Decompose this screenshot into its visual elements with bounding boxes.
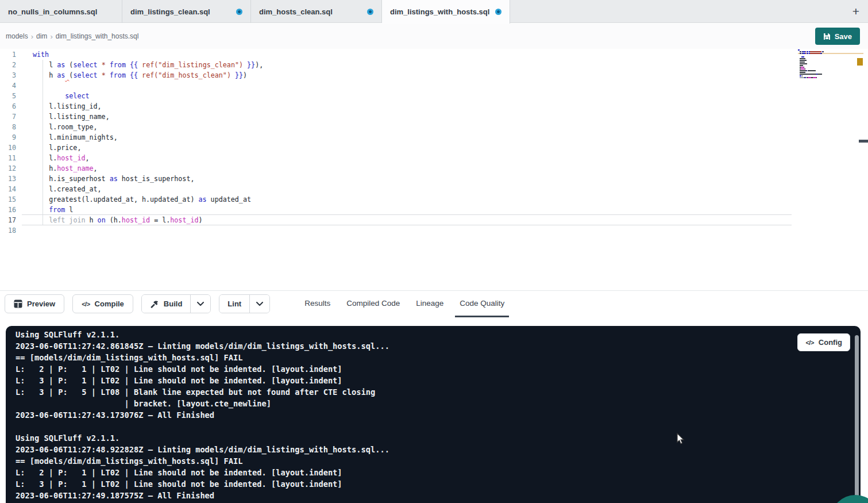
build-dropdown-button[interactable] [190,295,210,313]
minimap-line [798,62,840,63]
line-number: 7 [0,112,16,122]
save-button[interactable]: Save [815,28,860,45]
code-line[interactable]: 13 h.is_superhost as host_is_superhost, [0,174,263,184]
terminal-line [16,421,861,432]
code-icon: </> [805,339,813,346]
tab-dim-hosts-clean[interactable]: dim_hosts_clean.sql [251,0,382,23]
config-button[interactable]: </> Config [797,333,850,351]
lint-button[interactable]: Lint [219,295,249,313]
minimap-line [798,70,840,71]
tab-code-quality[interactable]: Code Quality [455,291,509,317]
tab-label: no_nulls_in_columns.sql [8,7,97,16]
minimap-line [798,49,840,51]
code-line[interactable]: 18 [0,225,263,236]
tab-bar: no_nulls_in_columns.sql dim_listings_cle… [0,0,868,23]
lint-warning-marker [857,58,863,66]
minimap-line [798,53,863,54]
minimap[interactable] [798,49,840,80]
code-line[interactable]: 17 left join h on (h.host_id = l.host_id… [0,215,263,225]
terminal-panel[interactable]: Using SQLFluff v2.1.1.2023-06-06T11:27:4… [6,326,861,503]
build-button-group: Build [141,294,211,313]
line-number: 12 [0,163,16,174]
terminal-line: 2023-06-06T11:27:48.922828Z — Linting mo… [16,444,861,455]
code-line[interactable]: 10 l.price, [0,143,263,153]
line-number: 15 [0,194,16,205]
code-line[interactable]: 15 greatest(l.updated_at, h.updated_at) … [0,194,263,205]
scroll-position-marker[interactable] [859,140,868,143]
line-number: 9 [0,132,16,143]
minimap-line [798,56,840,57]
line-number: 13 [0,174,16,184]
tab-dim-listings-with-hosts[interactable]: dim_listings_with_hosts.sql [382,0,510,24]
line-number: 18 [0,225,16,236]
code-line[interactable]: 16 from l [0,205,263,215]
line-number: 6 [0,101,16,112]
terminal-line: Using SQLFluff v2.1.1. [16,432,861,444]
line-number: 11 [0,153,16,163]
terminal-line: == [models/dim/dim_listings_with_hosts.s… [16,455,861,467]
terminal-line: L: 3 | P: 1 | LT02 | Line should not be … [16,478,861,490]
code-line[interactable]: 5 select [0,91,263,101]
terminal-line: == [models/dim/dim_listings_with_hosts.s… [16,352,861,363]
minimap-line [798,79,840,80]
terminal-line: Using SQLFluff v2.1.1. [16,329,861,340]
tab-compiled-code[interactable]: Compiled Code [342,291,404,317]
terminal-line: 2023-06-06T11:27:43.173076Z — All Finish… [16,409,861,421]
tab-no-nulls-in-columns[interactable]: no_nulls_in_columns.sql [0,0,122,23]
compile-button-label: Compile [95,300,124,308]
mouse-cursor [677,433,686,446]
terminal-scrollbar[interactable] [855,335,859,503]
code-line[interactable]: 9 l.minimum_nights, [0,132,263,143]
code-line[interactable]: 7 l.listing_name, [0,112,263,122]
tab-lineage[interactable]: Lineage [411,291,448,317]
line-number: 8 [0,122,16,132]
line-number: 14 [0,184,16,194]
line-number: 17 [0,215,16,225]
tab-label: dim_listings_clean.sql [130,7,210,16]
code-line[interactable]: 3 h as (select * from {{ ref("dim_hosts_… [0,70,263,80]
modified-dot-icon [236,9,242,15]
build-button-label: Build [164,300,183,308]
breadcrumb-item-file[interactable]: dim_listings_with_hosts.sql [56,32,139,40]
code-editor[interactable]: 1with2 l as (select * from {{ ref("dim_l… [0,49,868,290]
terminal-line: 2023-06-06T11:27:42.861845Z — Linting mo… [16,340,861,352]
panel-tabs: Results Compiled Code Lineage Code Quali… [300,291,509,317]
terminal-line: L: 3 | P: 5 | LT08 | Blank line expected… [16,386,861,398]
modified-dot-icon [495,9,501,15]
breadcrumb-item-models[interactable]: models [6,32,28,40]
minimap-line [798,77,840,78]
code-line[interactable]: 4 [0,80,263,91]
lint-dropdown-button[interactable] [249,295,269,313]
add-tab-button[interactable]: + [848,4,863,19]
minimap-line [798,60,840,61]
minimap-line [798,58,840,59]
breadcrumb: models › dim › dim_listings_with_hosts.s… [0,24,868,49]
code-line[interactable]: 2 l as (select * from {{ ref("dim_listin… [0,60,263,70]
code-line[interactable]: 8 l.room_type, [0,122,263,132]
code-line[interactable]: 12 h.host_name, [0,163,263,174]
terminal-line: L: 2 | P: 1 | LT02 | Line should not be … [16,467,861,478]
minimap-line [798,68,840,70]
compile-button[interactable]: </> Compile [72,294,133,313]
minimap-line [798,65,840,66]
code-line[interactable]: 6 l.listing_id, [0,101,263,112]
line-number: 1 [0,49,16,60]
chevron-down-icon [256,302,263,306]
modified-dot-icon [367,9,373,15]
chevron-down-icon [197,302,204,306]
code-line[interactable]: 1with [0,49,263,60]
tab-results[interactable]: Results [300,291,335,317]
breadcrumb-item-dim[interactable]: dim [36,32,47,40]
build-button[interactable]: Build [142,295,191,313]
terminal-output: Using SQLFluff v2.1.1.2023-06-06T11:27:4… [16,329,861,501]
terminal-line: 2023-06-06T11:27:49.187575Z — All Finish… [16,490,861,501]
preview-button[interactable]: Preview [5,294,64,313]
code-line[interactable]: 11 l.host_id, [0,153,263,163]
lint-button-label: Lint [227,300,241,308]
minimap-line [798,55,840,56]
code-lines: 1with2 l as (select * from {{ ref("dim_l… [0,49,263,236]
minimap-line [798,51,840,52]
code-line[interactable]: 14 l.created_at, [0,184,263,194]
action-toolbar: Preview </> Compile Build Lint Res [0,290,868,317]
tab-dim-listings-clean[interactable]: dim_listings_clean.sql [122,0,251,23]
